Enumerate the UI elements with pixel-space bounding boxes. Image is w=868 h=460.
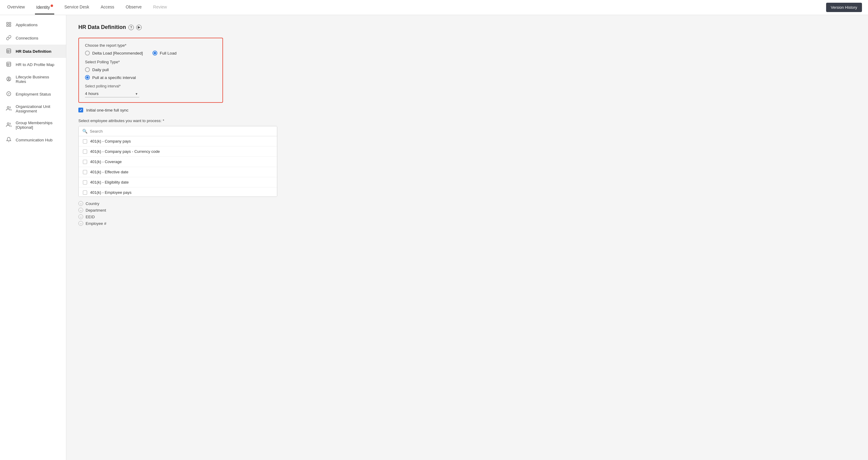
radio-interval-label: Pull at a specific interval bbox=[92, 75, 136, 80]
grid-icon bbox=[6, 22, 12, 28]
tag-row: –Department bbox=[79, 208, 856, 213]
attribute-label: 401(k) - Coverage bbox=[90, 159, 122, 164]
nav-item-service-desk[interactable]: Service Desk bbox=[63, 0, 90, 14]
sidebar-item-hr-data-definition[interactable]: HR Data Definition bbox=[0, 44, 66, 58]
sidebar-item-label: Lifecycle Business Rules bbox=[16, 75, 60, 84]
main-content: HR Data Definition ? ▶ Choose the report… bbox=[66, 15, 868, 460]
sidebar-item-applications[interactable]: Applications bbox=[0, 18, 66, 31]
svg-point-16 bbox=[7, 123, 9, 124]
nav-items: OverviewIdentityService DeskAccessObserv… bbox=[6, 0, 826, 15]
sidebar-item-org-unit[interactable]: Organizational Unit Assignment bbox=[0, 101, 66, 117]
attribute-checkbox[interactable] bbox=[83, 139, 87, 144]
attributes-search-box: 🔍 401(k) - Company pays401(k) - Company … bbox=[79, 126, 277, 197]
help-icon[interactable]: ? bbox=[128, 25, 134, 30]
attributes-search-input[interactable] bbox=[90, 129, 273, 133]
tag-row: –Country bbox=[79, 201, 856, 206]
tag-label: EEID bbox=[86, 215, 95, 219]
search-icon: 🔍 bbox=[82, 129, 87, 133]
svg-rect-2 bbox=[7, 25, 8, 27]
sidebar-item-label: Connections bbox=[16, 36, 38, 40]
tag-remove-button[interactable]: – bbox=[79, 201, 83, 206]
nav-item-review[interactable]: Review bbox=[152, 0, 168, 14]
sidebar-item-connections[interactable]: Connections bbox=[0, 31, 66, 44]
search-input-row: 🔍 bbox=[79, 126, 277, 136]
tag-remove-button[interactable]: – bbox=[79, 214, 83, 219]
sidebar-item-lifecycle[interactable]: Lifecycle Business Rules bbox=[0, 71, 66, 87]
user-circle-icon bbox=[6, 76, 12, 82]
svg-point-15 bbox=[7, 106, 9, 108]
attributes-list-item[interactable]: 401(k) - Coverage bbox=[79, 157, 277, 167]
interval-select[interactable]: 1 hour2 hours4 hours8 hours12 hours24 ho… bbox=[85, 90, 139, 97]
radio-full[interactable]: Full Load bbox=[153, 51, 177, 56]
nav-item-access[interactable]: Access bbox=[99, 0, 116, 14]
attributes-list-item[interactable]: 401(k) - Company pays bbox=[79, 136, 277, 147]
svg-point-13 bbox=[8, 78, 10, 79]
sidebar-item-communication-hub[interactable]: Communication Hub bbox=[0, 133, 66, 147]
radio-delta[interactable]: Delta Load [Recommended] bbox=[85, 51, 143, 56]
radio-delta-label: Delta Load [Recommended] bbox=[92, 51, 143, 56]
table-icon bbox=[6, 61, 12, 67]
attributes-list-item[interactable]: 401(k) - Effective date bbox=[79, 167, 277, 177]
attributes-list-item[interactable]: 401(k) - Employee pays bbox=[79, 187, 277, 196]
attribute-label: 401(k) - Company pays - Currency code bbox=[90, 149, 160, 154]
svg-rect-4 bbox=[7, 49, 11, 53]
initial-sync-checkbox[interactable] bbox=[79, 108, 83, 113]
tag-label: Country bbox=[86, 202, 99, 206]
attribute-checkbox[interactable] bbox=[83, 170, 87, 174]
attribute-checkbox[interactable] bbox=[83, 150, 87, 154]
svg-rect-3 bbox=[9, 25, 11, 27]
selected-tags: –Country–Department–EEID–Employee # bbox=[79, 201, 856, 226]
initial-sync-row: Initial one-time full sync bbox=[79, 108, 856, 113]
initial-sync-label: Initial one-time full sync bbox=[86, 108, 128, 113]
sidebar-item-label: HR Data Definition bbox=[16, 49, 52, 54]
attributes-checkbox-list: 401(k) - Company pays401(k) - Company pa… bbox=[79, 136, 277, 196]
sidebar-item-label: Group Memberships [Optional] bbox=[16, 121, 60, 130]
tag-row: –Employee # bbox=[79, 221, 856, 226]
sidebar-item-label: Applications bbox=[16, 23, 38, 27]
layout: ApplicationsConnectionsHR Data Definitio… bbox=[0, 15, 868, 460]
report-type-options: Delta Load [Recommended] Full Load bbox=[85, 51, 216, 56]
nav-item-identity[interactable]: Identity bbox=[35, 0, 54, 15]
attribute-label: 401(k) - Employee pays bbox=[90, 190, 131, 195]
attributes-list-item[interactable]: 401(k) - Company pays - Currency code bbox=[79, 147, 277, 157]
attribute-label: 401(k) - Eligibility date bbox=[90, 180, 129, 184]
play-icon[interactable]: ▶ bbox=[136, 25, 142, 30]
sidebar-item-hr-to-ad[interactable]: HR to AD Profile Map bbox=[0, 58, 66, 71]
sidebar-item-label: HR to AD Profile Map bbox=[16, 62, 54, 67]
svg-rect-8 bbox=[7, 62, 11, 66]
radio-interval[interactable]: Pull at a specific interval bbox=[85, 75, 216, 80]
sidebar-item-employment-status[interactable]: Employment Status bbox=[0, 87, 66, 101]
sidebar-item-label: Communication Hub bbox=[16, 138, 53, 142]
attribute-checkbox[interactable] bbox=[83, 180, 87, 184]
radio-daily[interactable]: Daily pull bbox=[85, 67, 216, 72]
sidebar-item-label: Employment Status bbox=[16, 92, 51, 96]
page-title: HR Data Definition ? ▶ bbox=[79, 24, 856, 30]
radio-delta-input[interactable] bbox=[85, 51, 90, 56]
tag-remove-button[interactable]: – bbox=[79, 208, 83, 213]
sidebar-item-group-memberships[interactable]: Group Memberships [Optional] bbox=[0, 117, 66, 133]
attribute-checkbox[interactable] bbox=[83, 190, 87, 195]
radio-interval-input[interactable] bbox=[85, 75, 90, 80]
attribute-label: 401(k) - Company pays bbox=[90, 139, 131, 144]
version-history-button[interactable]: Version History bbox=[826, 3, 862, 12]
nav-item-overview[interactable]: Overview bbox=[6, 0, 26, 14]
attribute-checkbox[interactable] bbox=[83, 160, 87, 164]
radio-full-input[interactable] bbox=[153, 51, 157, 56]
users-group-icon bbox=[6, 122, 12, 128]
radio-daily-label: Daily pull bbox=[92, 67, 109, 72]
tag-label: Department bbox=[86, 208, 106, 213]
radio-full-label: Full Load bbox=[160, 51, 177, 56]
radio-daily-input[interactable] bbox=[85, 67, 90, 72]
interval-select-wrapper: 1 hour2 hours4 hours8 hours12 hours24 ho… bbox=[85, 90, 139, 97]
top-nav: OverviewIdentityService DeskAccessObserv… bbox=[0, 0, 868, 15]
tag-label: Employee # bbox=[86, 221, 106, 226]
polling-options: Daily pull Pull at a specific interval bbox=[85, 67, 216, 80]
tag-remove-button[interactable]: – bbox=[79, 221, 83, 226]
report-type-label: Choose the report type* bbox=[85, 43, 216, 48]
nav-item-observe[interactable]: Observe bbox=[124, 0, 143, 14]
sidebar-item-label: Organizational Unit Assignment bbox=[16, 104, 60, 113]
attribute-label: 401(k) - Effective date bbox=[90, 170, 128, 174]
attributes-list-item[interactable]: 401(k) - Eligibility date bbox=[79, 177, 277, 187]
svg-rect-1 bbox=[9, 22, 11, 24]
check-circle-icon bbox=[6, 91, 12, 97]
